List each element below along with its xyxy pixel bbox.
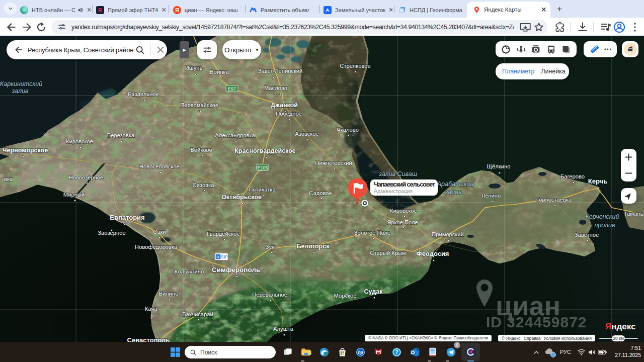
svg-text:Азовское: Азовское bbox=[295, 131, 319, 137]
svg-text:Чкалово: Чкалово bbox=[337, 127, 359, 133]
svg-text:Кировское: Кировское bbox=[66, 138, 93, 144]
svg-text:Пятихатка: Пятихатка bbox=[249, 187, 276, 193]
svg-text:Ишунь: Ишунь bbox=[185, 65, 203, 71]
svg-text:залив: залив bbox=[11, 87, 28, 95]
svg-text:пролив: пролив bbox=[594, 222, 615, 229]
svg-text:залив: залив bbox=[444, 189, 461, 196]
svg-text:Бахчисарай: Бахчисарай bbox=[182, 311, 213, 317]
svg-text:Щёлкино: Щёлкино bbox=[487, 163, 511, 169]
svg-text:залив Сиваш: залив Сиваш bbox=[378, 170, 418, 177]
svg-text:Новосёловское: Новосёловское bbox=[139, 163, 180, 169]
svg-text:Садовое: Садовое bbox=[309, 190, 332, 196]
svg-text:Старый Крым: Старый Крым bbox=[370, 250, 406, 256]
svg-text:Красногвардейское: Красногвардейское bbox=[234, 147, 296, 154]
svg-text:Раздольное: Раздольное bbox=[128, 91, 159, 97]
svg-text:Керчь: Керчь bbox=[588, 177, 607, 185]
svg-text:Арабатский: Арабатский bbox=[437, 180, 474, 188]
svg-text:Березовка: Березовка bbox=[107, 132, 135, 138]
svg-text:Октябрьское: Октябрьское bbox=[221, 194, 262, 201]
svg-text:Войково: Войково bbox=[190, 147, 212, 153]
svg-text:Багерово: Багерово bbox=[560, 173, 585, 179]
svg-text:Вилино: Вилино bbox=[159, 291, 179, 297]
svg-text:Черноморское: Черноморское bbox=[3, 147, 48, 154]
svg-text:Воинка: Воинка bbox=[210, 69, 229, 75]
svg-text:Стрелковое: Стрелковое bbox=[340, 63, 370, 69]
svg-text:E105: E105 bbox=[257, 165, 268, 170]
svg-text:Завет-Ленинский: Завет-Ленинский bbox=[258, 68, 303, 74]
svg-text:Белогорск: Белогорск bbox=[297, 243, 330, 250]
svg-text:Алушта: Алушта bbox=[273, 326, 294, 332]
svg-text:Александровка: Александровка bbox=[215, 132, 255, 138]
svg-text:Кировское: Кировское bbox=[390, 208, 417, 214]
svg-text:Заветное: Заветное bbox=[575, 232, 599, 238]
svg-text:Кольчугино: Кольчугино bbox=[175, 268, 204, 275]
svg-text:Первомайское: Первомайское bbox=[180, 102, 218, 108]
svg-text:Золотое Поле: Золотое Поле bbox=[354, 230, 391, 236]
svg-text:Нижнегорский: Нижнегорский bbox=[315, 160, 352, 166]
svg-text:E97: E97 bbox=[228, 86, 236, 92]
svg-text:Судак: Судак bbox=[364, 288, 383, 295]
svg-text:Ленино: Ленино bbox=[481, 193, 501, 199]
svg-text:?: ? bbox=[395, 349, 398, 355]
svg-text:Морское: Морское bbox=[334, 293, 357, 299]
svg-text:Горностаевка: Горностаевка bbox=[536, 197, 572, 203]
svg-text:Симферополь: Симферополь bbox=[212, 266, 260, 274]
svg-text:Джанкой: Джанкой bbox=[271, 102, 298, 109]
svg-text:Феодосия: Феодосия bbox=[417, 250, 449, 257]
svg-text:Яркое Поле: Яркое Поле bbox=[387, 219, 418, 225]
svg-text:Маслово: Маслово bbox=[264, 85, 287, 91]
svg-text:Гвардейское: Гвардейское bbox=[207, 231, 240, 237]
svg-text:Перевальное: Перевальное bbox=[252, 292, 287, 298]
svg-text:Керченский: Керченский bbox=[585, 213, 619, 220]
svg-text:Победное: Победное bbox=[276, 111, 302, 117]
svg-text:Кача: Кача bbox=[145, 306, 157, 312]
svg-text:Каркинитский: Каркинитский bbox=[0, 80, 42, 87]
svg-text:Саки: Саки bbox=[153, 229, 166, 235]
svg-text:Новоозёрное: Новоозёрное bbox=[69, 174, 104, 180]
svg-text:вка: вка bbox=[4, 176, 13, 182]
svg-text:SIP: SIP bbox=[221, 254, 228, 259]
svg-text:✈: ✈ bbox=[216, 255, 220, 259]
svg-text:Евпатория: Евпатория bbox=[110, 214, 144, 221]
svg-text:Тамань: Тамань bbox=[624, 211, 643, 217]
svg-text:hp: hp bbox=[358, 349, 363, 354]
svg-text:Сизовка: Сизовка bbox=[193, 182, 215, 188]
svg-text:Приморский: Приморский bbox=[432, 231, 464, 237]
svg-text:ID 324459872: ID 324459872 bbox=[486, 314, 587, 330]
svg-text:Зуя: Зуя bbox=[266, 244, 275, 250]
svg-text:Мирный: Мирный bbox=[63, 192, 85, 198]
